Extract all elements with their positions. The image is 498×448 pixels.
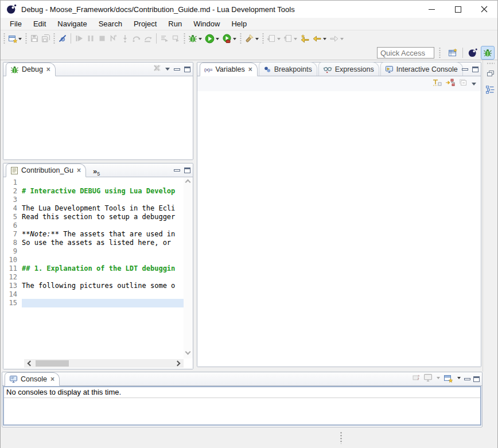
outline-view-button[interactable] <box>485 85 495 96</box>
maximize-window-button[interactable] <box>445 1 471 18</box>
close-tab-icon[interactable]: × <box>77 167 81 174</box>
run-button[interactable] <box>204 32 221 45</box>
dropdown-icon[interactable] <box>216 38 219 42</box>
console-content[interactable]: No consoles to display at this time. <box>3 386 481 426</box>
close-window-button[interactable] <box>471 1 497 18</box>
minimize-window-button[interactable] <box>418 1 445 18</box>
disconnect-button[interactable] <box>108 32 119 45</box>
tab-breakpoints[interactable]: Breakpoints <box>259 62 317 76</box>
statusbar-grip[interactable] <box>340 431 342 444</box>
minimize-view-icon[interactable] <box>174 169 180 172</box>
dropdown-icon[interactable] <box>18 38 22 42</box>
editor-line[interactable]: 15 <box>3 299 184 307</box>
maximize-view-icon[interactable] <box>473 376 480 382</box>
tab-expressions[interactable]: Expressions <box>318 62 379 76</box>
tab-variables[interactable]: (x)= Variables × <box>200 63 258 76</box>
editor-line[interactable]: 6 <box>3 221 184 230</box>
editor-line[interactable]: 9 <box>3 247 184 256</box>
editor-line[interactable]: 3 <box>3 196 184 204</box>
editor-line[interactable]: 12 <box>3 273 184 282</box>
tab-interactive-console[interactable]: Interactive Console <box>380 62 463 76</box>
save-button[interactable] <box>29 32 40 45</box>
debug-view-content[interactable] <box>3 76 193 159</box>
scroll-right-icon[interactable] <box>175 361 181 367</box>
remove-all-terminated-button[interactable] <box>152 64 161 75</box>
show-logical-structure-button[interactable] <box>445 78 455 89</box>
scroll-up-icon[interactable] <box>185 180 191 185</box>
editor-line[interactable]: 13The following pictures outline some o <box>3 282 184 290</box>
drop-to-frame-button[interactable] <box>170 32 182 45</box>
save-all-button[interactable] <box>40 32 52 45</box>
view-menu-icon[interactable] <box>165 68 170 73</box>
dropdown-icon[interactable] <box>277 38 281 42</box>
editor-line[interactable]: 8So use the assets as listed here, or <box>3 239 184 247</box>
maximize-view-icon[interactable] <box>472 67 478 72</box>
next-annotation-button[interactable] <box>266 32 282 45</box>
terminate-button[interactable] <box>96 32 108 45</box>
new-wizard-button[interactable] <box>7 32 24 45</box>
last-edit-location-button[interactable] <box>299 32 311 45</box>
dropdown-icon[interactable] <box>294 38 297 42</box>
step-over-button[interactable] <box>131 32 142 45</box>
dropdown-icon[interactable] <box>323 38 326 42</box>
forward-button[interactable] <box>328 32 345 45</box>
minimize-view-icon[interactable] <box>462 68 468 71</box>
use-step-filters-button[interactable] <box>159 32 170 45</box>
menu-window[interactable]: Window <box>188 18 225 29</box>
pin-console-button[interactable] <box>411 373 421 385</box>
editor-line[interactable]: 14 <box>3 290 184 299</box>
editor-vertical-scrollbar[interactable] <box>184 177 193 359</box>
menu-help[interactable]: Help <box>225 18 252 29</box>
editor-line[interactable]: 1 <box>3 178 184 187</box>
back-button[interactable] <box>311 32 328 45</box>
scroll-down-icon[interactable] <box>185 349 191 355</box>
editor-line[interactable]: 2# Interactive DEBUG using Lua Develop <box>3 187 184 196</box>
variables-view-content[interactable] <box>197 91 481 367</box>
dropdown-icon[interactable] <box>340 38 344 42</box>
editor-line[interactable]: 7**Note:** The assets that are used in <box>3 230 184 239</box>
skip-all-breakpoints-button[interactable] <box>57 32 68 45</box>
menu-run[interactable]: Run <box>162 18 188 29</box>
restore-view-button[interactable] <box>486 69 495 80</box>
maximize-view-icon[interactable] <box>184 167 190 173</box>
editor-body[interactable]: 12# Interactive DEBUG using Lua Develop3… <box>3 177 193 369</box>
lua-perspective-button[interactable] <box>466 46 480 60</box>
collapse-all-button[interactable] <box>458 78 468 89</box>
suspend-button[interactable] <box>85 32 96 45</box>
tab-debug[interactable]: Debug × <box>6 63 56 76</box>
minimize-view-icon[interactable] <box>174 68 180 71</box>
open-console-button[interactable] <box>443 373 453 385</box>
view-menu-icon[interactable] <box>472 83 476 88</box>
menu-project[interactable]: Project <box>128 18 162 29</box>
scrollbar-thumb[interactable] <box>36 360 69 367</box>
display-selected-console-button[interactable] <box>423 373 433 384</box>
step-into-button[interactable] <box>119 32 131 45</box>
dropdown-icon[interactable] <box>457 377 461 381</box>
quick-access-input[interactable] <box>377 47 434 59</box>
resume-button[interactable] <box>73 32 85 45</box>
menu-navigate[interactable]: Navigate <box>52 18 92 29</box>
editor-line[interactable]: 11## 1. Explanation of the LDT debuggin <box>3 264 184 273</box>
maximize-view-icon[interactable] <box>184 67 190 72</box>
show-type-names-button[interactable] <box>432 78 442 89</box>
editor-line[interactable]: 10 <box>3 256 184 264</box>
dropdown-icon[interactable] <box>233 38 236 42</box>
tab-contribution-guide[interactable]: Contribution_Gu × <box>6 163 86 177</box>
minimize-view-icon[interactable] <box>464 378 470 380</box>
close-tab-icon[interactable]: × <box>46 66 50 73</box>
external-tools-button[interactable] <box>221 32 238 45</box>
editor-horizontal-scrollbar[interactable] <box>24 359 184 368</box>
open-task-button[interactable] <box>243 32 260 45</box>
previous-annotation-button[interactable] <box>282 32 299 45</box>
dropdown-icon[interactable] <box>437 377 440 381</box>
dropdown-icon[interactable] <box>255 38 259 42</box>
tab-console[interactable]: Console × <box>5 372 60 386</box>
more-editors-chevron[interactable]: »5 <box>93 167 100 177</box>
editor-line[interactable]: 4The Lua Development Tools in the Ecli <box>3 204 184 213</box>
scroll-left-icon[interactable] <box>28 361 33 367</box>
open-perspective-button[interactable] <box>446 46 460 60</box>
dropdown-icon[interactable] <box>199 38 202 42</box>
close-tab-icon[interactable]: × <box>50 376 55 383</box>
menu-search[interactable]: Search <box>93 18 128 29</box>
close-tab-icon[interactable]: × <box>248 66 252 73</box>
